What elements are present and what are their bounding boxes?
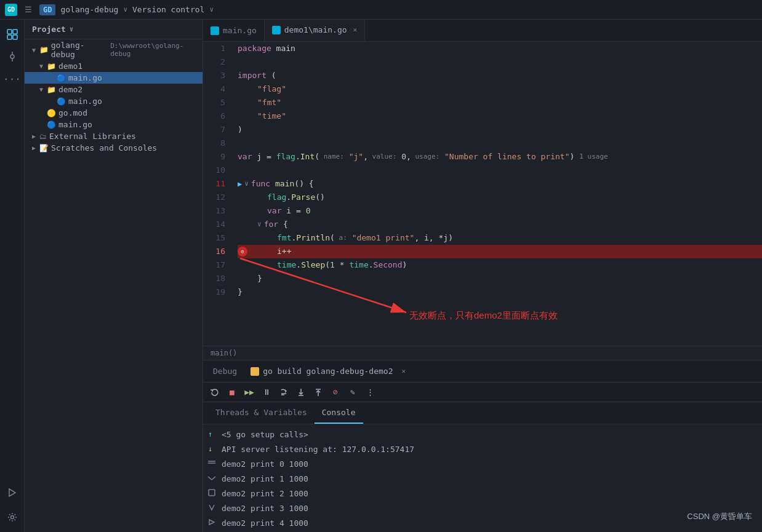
step-into-btn[interactable] (294, 386, 308, 399)
tab-close-icon[interactable]: ✕ (353, 26, 358, 34)
more-icon[interactable]: ··· (2, 69, 22, 89)
mute-breakpoints-btn[interactable]: ⊘ (329, 386, 342, 399)
csdn-watermark: CSDN @黄昏单车 (687, 511, 752, 522)
commit-icon[interactable] (2, 47, 22, 66)
tree-root-path: D:\wwwroot\golang-debug (110, 42, 203, 58)
console-text-2: API server listening at: 127.0.0.1:57417 (222, 445, 414, 454)
project-arrow: ∨ (123, 6, 127, 14)
console-text-5: demo2 print 2 1000 (222, 489, 308, 498)
project-badge: GD (39, 4, 55, 15)
tree-external-libs[interactable]: ▶ 🗂 External Libraries (25, 130, 203, 142)
console-text-3: demo2 print 0 1000 (222, 459, 308, 469)
code-line-14: ∨ for { (238, 218, 762, 231)
code-line-6: "time" (238, 109, 762, 123)
svg-rect-19 (209, 490, 215, 496)
step-over-btn[interactable] (277, 386, 291, 399)
code-line-8 (238, 137, 762, 150)
console-line-2: ↓ API server listening at: 127.0.0.1:574… (208, 442, 757, 456)
svg-rect-2 (7, 35, 12, 39)
code-line-2 (238, 55, 762, 69)
debug-panel-tabs: Threads & Variables Console (203, 402, 762, 424)
code-editor[interactable]: 1 2 3 4 5 6 7 8 9 10 11 12 13 14 15 16 1… (203, 42, 762, 346)
debug-session-tabs: Debug go build golang-debug-demo2 ✕ (203, 360, 762, 383)
app-logo: GD (5, 4, 17, 16)
session-icon (251, 367, 259, 376)
code-line-4: "flag" (238, 82, 762, 96)
tree-demo2[interactable]: ▼ 📁 demo2 (25, 84, 203, 95)
restart-btn[interactable] (208, 386, 222, 399)
console-text-6: demo2 print 3 1000 (222, 504, 308, 513)
arrow-up-icon: ↑ (208, 430, 217, 439)
code-line-16-breakpoint: ⊘ i++ (238, 245, 762, 258)
tab-bar: main.go demo1\main.go ✕ (203, 20, 762, 42)
tree-gomod[interactable]: 🟡 go.mod (25, 107, 203, 119)
code-line-3: import ( (238, 69, 762, 82)
code-line-11: ▶ ∨ func main() { (238, 177, 762, 191)
code-line-10 (238, 164, 762, 177)
code-line-12: flag.Parse() (238, 191, 762, 204)
svg-rect-3 (13, 35, 17, 39)
vc-arrow: ∨ (209, 6, 214, 14)
project-icon[interactable] (2, 25, 22, 44)
svg-marker-20 (209, 520, 214, 525)
console-text-4: demo2 print 1 1000 (222, 474, 308, 483)
svg-marker-7 (9, 489, 15, 496)
file-tree: Project ∨ ▼ 📁 golang-debug D:\wwwroot\go… (25, 20, 203, 532)
scratches-label: Scratches and Consoles (51, 143, 157, 153)
svg-point-8 (10, 516, 14, 519)
step-out-btn[interactable] (311, 386, 325, 399)
tab-console[interactable]: Console (315, 402, 363, 424)
left-icon-strip: ··· (0, 20, 25, 532)
settings-icon[interactable] (2, 507, 22, 527)
tree-demo1[interactable]: ▼ 📁 demo1 (25, 60, 203, 72)
vc-label[interactable]: Version control (132, 5, 204, 14)
menu-icon[interactable]: ☰ (22, 4, 34, 16)
code-line-17: time.Sleep(1 * time.Second) (238, 258, 762, 272)
svg-point-4 (10, 55, 14, 58)
debug-session-tab[interactable]: go build golang-debug-demo2 ✕ (244, 360, 412, 382)
run-icon[interactable] (2, 483, 22, 502)
console-line-3: demo2 print 0 1000 (208, 456, 757, 471)
tab-main-go[interactable]: main.go (203, 20, 265, 41)
console-line-4: demo2 print 1 1000 (208, 471, 757, 486)
tree-root-main[interactable]: 🔵 main.go (25, 119, 203, 130)
project-header[interactable]: Project ∨ (25, 20, 203, 39)
session-label: go build golang-debug-demo2 (263, 367, 393, 376)
console-text-1: <5 go setup calls> (222, 430, 308, 439)
code-line-13: var i = 0 (238, 204, 762, 218)
main-content: ··· Project ∨ ▼ 📁 golang-debug D:\wwwroo… (0, 20, 762, 532)
code-line-7: ) (238, 123, 762, 137)
project-name[interactable]: golang-debug (60, 5, 118, 14)
console-line-7: demo2 print 4 1000 (208, 515, 757, 530)
code-line-9: var j = flag.Int( name: "j", value: 0, u… (238, 150, 762, 164)
svg-rect-1 (13, 30, 17, 34)
code-line-18: } (238, 272, 762, 285)
tree-demo2-main[interactable]: 🔵 main.go (25, 95, 203, 107)
stop-btn[interactable]: ■ (225, 386, 239, 399)
code-line-1: package main (238, 42, 762, 55)
svg-rect-0 (7, 30, 12, 34)
console-line-6: demo2 print 3 1000 (208, 501, 757, 515)
debug-label: Debug (208, 367, 242, 376)
pause-btn[interactable]: ⏸ (260, 386, 273, 399)
tab-demo1-main-go[interactable]: demo1\main.go ✕ (265, 20, 365, 41)
console-text-7: demo2 print 4 1000 (222, 518, 308, 528)
tree-scratches[interactable]: ▶ 📝 Scratches and Consoles (25, 142, 203, 154)
tab-threads-variables[interactable]: Threads & Variables (208, 402, 315, 424)
code-line-5: "fmt" (238, 96, 762, 109)
code-line-19: } (238, 285, 762, 299)
session-close-icon[interactable]: ✕ (401, 367, 406, 375)
console-line-5: demo2 print 2 1000 (208, 486, 757, 501)
editor-area: main.go demo1\main.go ✕ 1 2 3 4 5 6 7 8 … (203, 20, 762, 532)
more-debug-btn[interactable]: ⋮ (363, 386, 377, 399)
edit-breakpoints-btn[interactable]: ✎ (346, 386, 359, 399)
debug-console[interactable]: ↑ <5 go setup calls> ↓ API server listen… (203, 424, 762, 532)
code-content: package main import ( "flag" "fmt" (233, 42, 762, 346)
run-arrow-icon: ▶ (238, 177, 242, 191)
console-line-1: ↑ <5 go setup calls> (208, 427, 757, 442)
tree-demo1-main[interactable]: 🔵 main.go (25, 72, 203, 84)
arrow-down-icon: ↓ (208, 445, 217, 453)
tree-root[interactable]: ▼ 📁 golang-debug D:\wwwroot\golang-debug (25, 39, 203, 60)
resume-btn[interactable]: ▶▶ (243, 386, 256, 399)
line-numbers: 1 2 3 4 5 6 7 8 9 10 11 12 13 14 15 16 1… (203, 42, 233, 346)
